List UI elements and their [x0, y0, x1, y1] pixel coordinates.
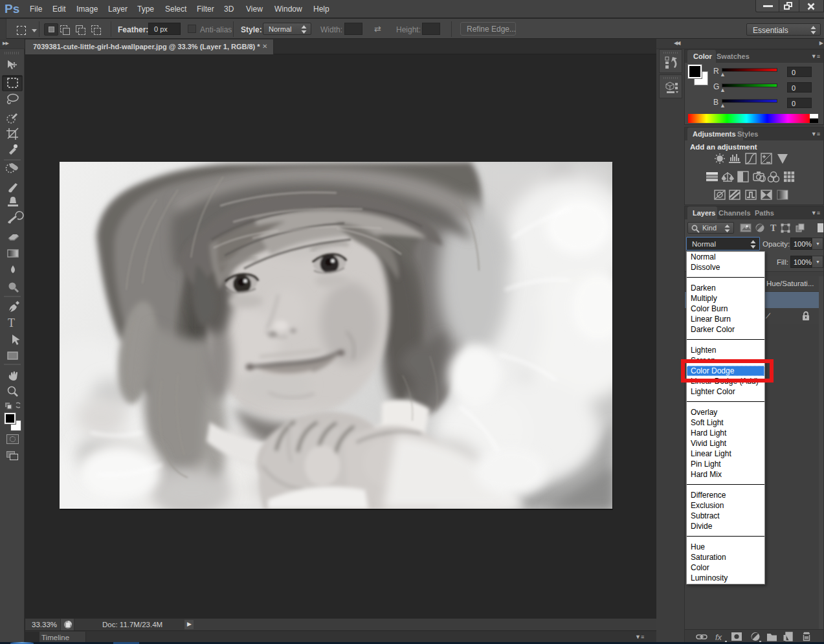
svg-text:T: T: [8, 316, 15, 329]
svg-text:T: T: [770, 223, 777, 233]
svg-text:fx: fx: [715, 632, 722, 642]
